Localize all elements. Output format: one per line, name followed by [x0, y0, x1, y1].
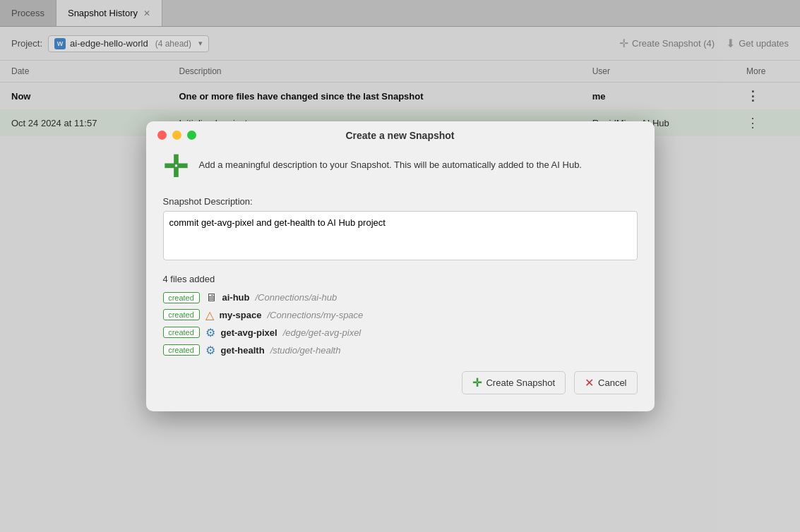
file-path: /edge/get-avg-pixel [283, 327, 362, 338]
modal-header-row: ✛ Add a meaningful description to your S… [163, 152, 638, 182]
plus-icon: ✛ [472, 376, 482, 389]
field-label: Snapshot Description: [163, 196, 638, 207]
modal-footer: ✛ Create Snapshot ✕ Cancel [146, 357, 655, 394]
file-path: /Connections/ai-hub [256, 292, 338, 303]
status-badge: created [163, 309, 200, 320]
files-section: 4 files added created 🖥 ai-hub /Connecti… [163, 274, 638, 357]
modal-close-button[interactable] [157, 131, 167, 140]
snapshot-description-input[interactable]: commit get-avg-pixel and get-health to A… [163, 211, 638, 260]
x-icon: ✕ [585, 376, 594, 389]
file-list: created 🖥 ai-hub /Connections/ai-hub cre… [163, 291, 638, 357]
modal-overlay: Create a new Snapshot ✛ Add a meaningful… [0, 0, 800, 532]
list-item: created △ my-space /Connections/my-space [163, 308, 638, 322]
create-snapshot-label: Create Snapshot [486, 377, 555, 388]
file-name: get-health [221, 345, 265, 356]
file-path: /studio/get-health [270, 345, 341, 356]
modal-description-text: Add a meaningful description to your Sna… [199, 152, 582, 172]
process-icon: ⚙ [205, 344, 215, 357]
process-icon: ⚙ [205, 326, 215, 339]
connection-icon: 🖥 [205, 291, 217, 304]
file-path: /Connections/my-space [267, 310, 363, 320]
list-item: created ⚙ get-health /studio/get-health [163, 344, 638, 357]
modal-plus-icon: ✛ [163, 152, 188, 182]
cancel-label: Cancel [598, 377, 626, 388]
cancel-button[interactable]: ✕ Cancel [574, 371, 637, 394]
file-name: my-space [220, 310, 262, 320]
files-count: 4 files added [163, 274, 638, 284]
file-name: ai-hub [222, 292, 250, 303]
status-badge: created [163, 292, 200, 303]
modal-title: Create a new Snapshot [345, 130, 454, 141]
modal-controls [157, 131, 196, 140]
create-snapshot-button[interactable]: ✛ Create Snapshot [462, 371, 566, 394]
list-item: created ⚙ get-avg-pixel /edge/get-avg-pi… [163, 326, 638, 339]
status-badge: created [163, 327, 200, 338]
modal-titlebar: Create a new Snapshot [146, 121, 655, 147]
myspace-icon: △ [205, 308, 214, 322]
list-item: created 🖥 ai-hub /Connections/ai-hub [163, 291, 638, 304]
file-name: get-avg-pixel [221, 327, 277, 338]
status-badge: created [163, 344, 200, 356]
modal-minimize-button[interactable] [172, 131, 181, 140]
modal-body: ✛ Add a meaningful description to your S… [146, 147, 655, 357]
create-snapshot-modal: Create a new Snapshot ✛ Add a meaningful… [146, 121, 655, 411]
modal-maximize-button[interactable] [187, 131, 196, 140]
